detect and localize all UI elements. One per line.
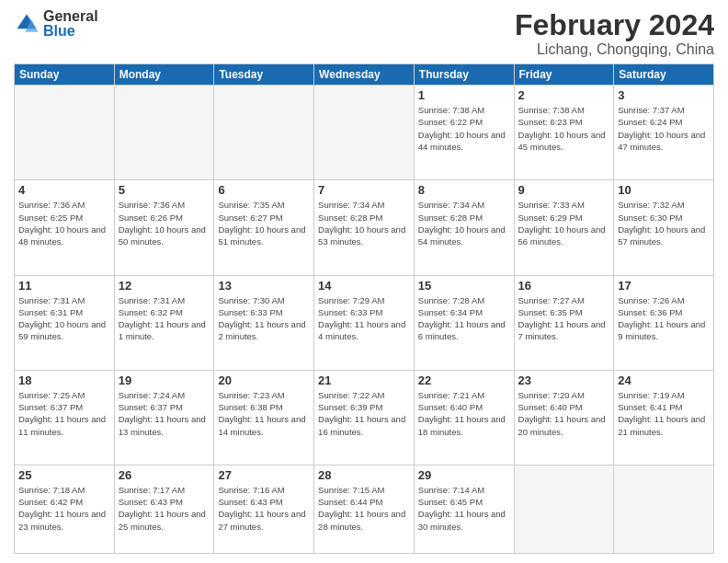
day-info: Sunrise: 7:36 AM Sunset: 6:25 PM Dayligh… (18, 199, 110, 247)
day-header-sunday: Sunday (15, 64, 115, 86)
day-number: 5 (119, 183, 210, 197)
calendar-cell: 3Sunrise: 7:37 AM Sunset: 6:24 PM Daylig… (614, 86, 714, 180)
calendar-cell: 24Sunrise: 7:19 AM Sunset: 6:41 PM Dayli… (614, 370, 714, 465)
day-number: 3 (618, 88, 710, 102)
day-number: 29 (418, 468, 510, 482)
day-info: Sunrise: 7:34 AM Sunset: 6:28 PM Dayligh… (418, 199, 510, 247)
week-row-1: 4Sunrise: 7:36 AM Sunset: 6:25 PM Daylig… (15, 180, 714, 275)
calendar-cell: 1Sunrise: 7:38 AM Sunset: 6:22 PM Daylig… (414, 86, 514, 180)
logo-text: General Blue (43, 9, 98, 39)
calendar-cell (214, 86, 314, 180)
calendar-cell: 9Sunrise: 7:33 AM Sunset: 6:29 PM Daylig… (514, 180, 614, 275)
calendar-cell: 14Sunrise: 7:29 AM Sunset: 6:33 PM Dayli… (314, 275, 415, 370)
day-number: 16 (518, 279, 610, 293)
calendar-cell: 28Sunrise: 7:15 AM Sunset: 6:44 PM Dayli… (314, 465, 415, 553)
day-number: 28 (318, 468, 410, 482)
day-info: Sunrise: 7:32 AM Sunset: 6:30 PM Dayligh… (618, 199, 710, 247)
day-info: Sunrise: 7:27 AM Sunset: 6:35 PM Dayligh… (518, 294, 610, 343)
calendar-cell: 5Sunrise: 7:36 AM Sunset: 6:26 PM Daylig… (114, 180, 214, 275)
day-number: 10 (618, 183, 710, 197)
calendar-cell: 13Sunrise: 7:30 AM Sunset: 6:33 PM Dayli… (214, 275, 314, 370)
day-number: 26 (119, 468, 210, 482)
day-number: 9 (518, 183, 610, 197)
day-header-wednesday: Wednesday (314, 64, 415, 86)
calendar-cell: 8Sunrise: 7:34 AM Sunset: 6:28 PM Daylig… (414, 180, 514, 275)
calendar-cell: 6Sunrise: 7:35 AM Sunset: 6:27 PM Daylig… (214, 180, 314, 275)
day-header-monday: Monday (114, 64, 214, 86)
day-info: Sunrise: 7:34 AM Sunset: 6:28 PM Dayligh… (318, 199, 410, 247)
day-number: 27 (218, 468, 310, 482)
calendar-cell (314, 86, 415, 180)
calendar-cell: 10Sunrise: 7:32 AM Sunset: 6:30 PM Dayli… (614, 180, 714, 275)
day-number: 7 (318, 183, 410, 197)
day-number: 1 (418, 88, 510, 102)
calendar-cell: 15Sunrise: 7:28 AM Sunset: 6:34 PM Dayli… (414, 275, 514, 370)
day-info: Sunrise: 7:38 AM Sunset: 6:22 PM Dayligh… (418, 104, 510, 153)
day-info: Sunrise: 7:18 AM Sunset: 6:42 PM Dayligh… (18, 484, 110, 533)
day-number: 14 (318, 279, 410, 293)
day-number: 8 (418, 183, 510, 197)
day-info: Sunrise: 7:19 AM Sunset: 6:41 PM Dayligh… (618, 389, 710, 438)
day-info: Sunrise: 7:37 AM Sunset: 6:24 PM Dayligh… (618, 104, 710, 153)
calendar-cell (614, 465, 714, 553)
calendar-cell: 20Sunrise: 7:23 AM Sunset: 6:38 PM Dayli… (214, 370, 314, 465)
day-number: 25 (18, 468, 110, 482)
day-header-friday: Friday (514, 64, 614, 86)
calendar-header-row: SundayMondayTuesdayWednesdayThursdayFrid… (15, 64, 714, 86)
day-info: Sunrise: 7:31 AM Sunset: 6:31 PM Dayligh… (18, 294, 110, 343)
title-section: February 2024 Lichang, Chongqing, China (515, 9, 714, 58)
calendar-cell: 2Sunrise: 7:38 AM Sunset: 6:23 PM Daylig… (514, 86, 614, 180)
calendar-cell: 17Sunrise: 7:26 AM Sunset: 6:36 PM Dayli… (614, 275, 714, 370)
day-number: 6 (218, 183, 310, 197)
calendar-cell: 4Sunrise: 7:36 AM Sunset: 6:25 PM Daylig… (15, 180, 115, 275)
month-title: February 2024 (515, 9, 714, 41)
day-number: 12 (119, 279, 210, 293)
calendar-cell: 7Sunrise: 7:34 AM Sunset: 6:28 PM Daylig… (314, 180, 415, 275)
page: General Blue February 2024 Lichang, Chon… (0, 0, 728, 563)
logo: General Blue (14, 9, 98, 39)
day-number: 19 (119, 373, 210, 387)
calendar-cell (114, 86, 214, 180)
calendar-cell (514, 465, 614, 553)
calendar-table: SundayMondayTuesdayWednesdayThursdayFrid… (14, 63, 714, 554)
day-header-saturday: Saturday (614, 64, 714, 86)
day-info: Sunrise: 7:36 AM Sunset: 6:26 PM Dayligh… (119, 199, 210, 247)
calendar-cell: 22Sunrise: 7:21 AM Sunset: 6:40 PM Dayli… (414, 370, 514, 465)
calendar-cell: 25Sunrise: 7:18 AM Sunset: 6:42 PM Dayli… (15, 465, 115, 553)
day-number: 15 (418, 279, 510, 293)
day-number: 17 (618, 279, 710, 293)
calendar-cell: 26Sunrise: 7:17 AM Sunset: 6:43 PM Dayli… (114, 465, 214, 553)
day-number: 20 (218, 373, 310, 387)
calendar-cell: 21Sunrise: 7:22 AM Sunset: 6:39 PM Dayli… (314, 370, 415, 465)
day-info: Sunrise: 7:24 AM Sunset: 6:37 PM Dayligh… (119, 389, 210, 438)
day-info: Sunrise: 7:25 AM Sunset: 6:37 PM Dayligh… (18, 389, 110, 438)
week-row-3: 18Sunrise: 7:25 AM Sunset: 6:37 PM Dayli… (15, 370, 714, 465)
day-info: Sunrise: 7:16 AM Sunset: 6:43 PM Dayligh… (218, 484, 310, 533)
calendar-cell: 19Sunrise: 7:24 AM Sunset: 6:37 PM Dayli… (114, 370, 214, 465)
day-number: 18 (18, 373, 110, 387)
day-info: Sunrise: 7:23 AM Sunset: 6:38 PM Dayligh… (218, 389, 310, 438)
week-row-2: 11Sunrise: 7:31 AM Sunset: 6:31 PM Dayli… (15, 275, 714, 370)
day-number: 13 (218, 279, 310, 293)
week-row-4: 25Sunrise: 7:18 AM Sunset: 6:42 PM Dayli… (15, 465, 714, 553)
day-info: Sunrise: 7:28 AM Sunset: 6:34 PM Dayligh… (418, 294, 510, 343)
calendar-cell: 23Sunrise: 7:20 AM Sunset: 6:40 PM Dayli… (514, 370, 614, 465)
day-number: 24 (618, 373, 710, 387)
calendar-cell: 27Sunrise: 7:16 AM Sunset: 6:43 PM Dayli… (214, 465, 314, 553)
day-number: 21 (318, 373, 410, 387)
day-info: Sunrise: 7:22 AM Sunset: 6:39 PM Dayligh… (318, 389, 410, 438)
day-header-thursday: Thursday (414, 64, 514, 86)
day-info: Sunrise: 7:30 AM Sunset: 6:33 PM Dayligh… (218, 294, 310, 343)
day-number: 22 (418, 373, 510, 387)
calendar-cell (15, 86, 115, 180)
day-info: Sunrise: 7:14 AM Sunset: 6:45 PM Dayligh… (418, 484, 510, 533)
calendar-cell: 29Sunrise: 7:14 AM Sunset: 6:45 PM Dayli… (414, 465, 514, 553)
day-header-tuesday: Tuesday (214, 64, 314, 86)
logo-blue: Blue (43, 24, 98, 39)
calendar-cell: 18Sunrise: 7:25 AM Sunset: 6:37 PM Dayli… (15, 370, 115, 465)
day-info: Sunrise: 7:26 AM Sunset: 6:36 PM Dayligh… (618, 294, 710, 343)
day-info: Sunrise: 7:20 AM Sunset: 6:40 PM Dayligh… (518, 389, 610, 438)
day-info: Sunrise: 7:29 AM Sunset: 6:33 PM Dayligh… (318, 294, 410, 343)
day-info: Sunrise: 7:38 AM Sunset: 6:23 PM Dayligh… (518, 104, 610, 153)
calendar-cell: 12Sunrise: 7:31 AM Sunset: 6:32 PM Dayli… (114, 275, 214, 370)
